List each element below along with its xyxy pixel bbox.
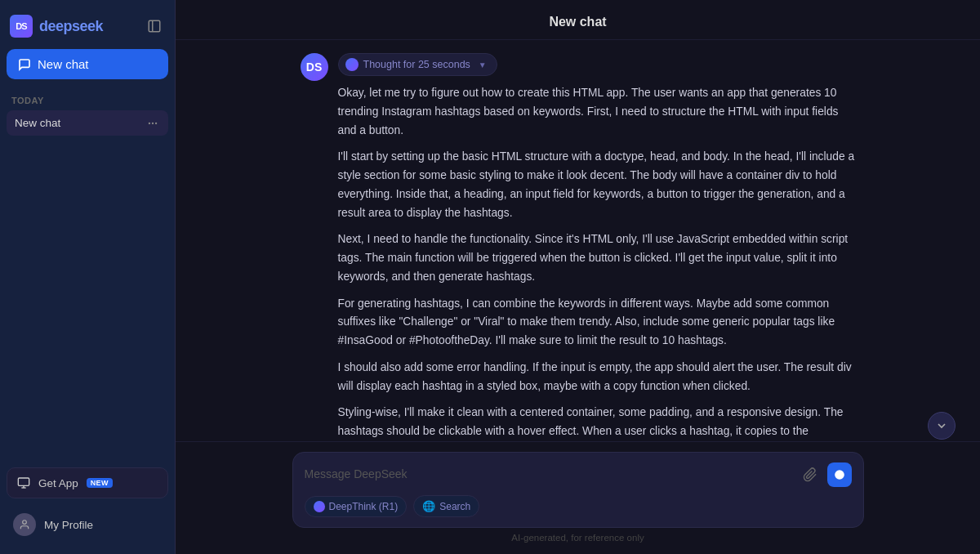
thought-icon xyxy=(345,58,359,71)
input-row xyxy=(305,462,852,487)
input-box: DeepThink (R1) 🌐 Search xyxy=(292,452,864,528)
message-paragraph-2: I'll start by setting up the basic HTML … xyxy=(338,148,856,222)
input-actions xyxy=(800,462,852,487)
attach-button[interactable] xyxy=(800,464,821,485)
svg-rect-0 xyxy=(149,20,160,32)
message-paragraph-4: For generating hashtags, I can combine t… xyxy=(338,295,856,351)
profile-button[interactable]: My Profile xyxy=(7,505,168,544)
message-paragraph-3: Next, I need to handle the functionality… xyxy=(338,230,856,286)
logo-area: DS deepseek xyxy=(10,15,103,38)
svg-point-9 xyxy=(835,470,844,480)
message-text: Okay, let me try to figure out how to cr… xyxy=(338,84,856,441)
deepseek-logo: DS xyxy=(10,15,33,38)
sidebar-collapse-button[interactable] xyxy=(144,16,165,37)
profile-label: My Profile xyxy=(44,519,93,531)
assistant-message-row: DS Thought for 25 seconds ▼ Okay, let me… xyxy=(284,53,872,441)
globe-icon: 🌐 xyxy=(422,500,435,512)
section-today: Today xyxy=(7,92,168,110)
thought-label: Thought for 25 seconds xyxy=(363,59,470,70)
sidebar-spacer xyxy=(7,136,168,467)
svg-point-2 xyxy=(149,122,150,123)
svg-point-4 xyxy=(155,122,157,123)
message-paragraph-1: Okay, let me try to figure out how to cr… xyxy=(338,84,856,140)
input-area: DeepThink (R1) 🌐 Search AI-generated, fo… xyxy=(176,441,980,554)
deepthink-label: DeepThink (R1) xyxy=(329,501,399,512)
chat-list-item[interactable]: New chat xyxy=(7,110,168,136)
svg-rect-5 xyxy=(18,478,29,485)
chevron-down-icon: ▼ xyxy=(479,60,487,69)
new-badge: NEW xyxy=(87,478,113,488)
search-button[interactable]: 🌐 Search xyxy=(413,495,479,517)
input-toolbar: DeepThink (R1) 🌐 Search xyxy=(305,495,852,517)
assistant-content: Thought for 25 seconds ▼ Okay, let me tr… xyxy=(338,53,856,441)
sidebar-header: DS deepseek xyxy=(7,10,168,49)
chat-item-menu-button[interactable] xyxy=(145,118,160,129)
svg-point-3 xyxy=(152,122,154,123)
chat-area: DS Thought for 25 seconds ▼ Okay, let me… xyxy=(176,40,980,441)
ai-note: AI-generated, for reference only xyxy=(511,533,644,543)
message-paragraph-5: I should also add some error handling. I… xyxy=(338,359,856,396)
main-panel: New chat DS Thought for 25 seconds ▼ Oka… xyxy=(176,0,980,554)
chat-item-text: New chat xyxy=(15,117,145,129)
search-label: Search xyxy=(439,501,470,512)
main-header: New chat xyxy=(176,0,980,40)
get-app-button[interactable]: Get App NEW xyxy=(7,467,168,498)
message-paragraph-6: Styling-wise, I'll make it clean with a … xyxy=(338,404,856,441)
logo-text: deepseek xyxy=(39,18,103,35)
page-title: New chat xyxy=(549,15,606,29)
new-chat-label: New chat xyxy=(38,57,89,71)
thought-badge[interactable]: Thought for 25 seconds ▼ xyxy=(338,53,497,76)
deepthink-icon xyxy=(314,501,325,512)
avatar xyxy=(13,513,36,536)
message-input[interactable] xyxy=(305,467,791,483)
send-button[interactable] xyxy=(827,462,852,487)
get-app-label: Get App xyxy=(38,477,78,489)
scroll-down-button[interactable] xyxy=(928,412,956,440)
sidebar: DS deepseek New chat Today New chat xyxy=(0,0,176,554)
deepthink-button[interactable]: DeepThink (R1) xyxy=(305,496,408,517)
new-chat-button[interactable]: New chat xyxy=(7,49,168,79)
svg-point-8 xyxy=(23,520,27,525)
assistant-avatar: DS xyxy=(301,53,328,81)
